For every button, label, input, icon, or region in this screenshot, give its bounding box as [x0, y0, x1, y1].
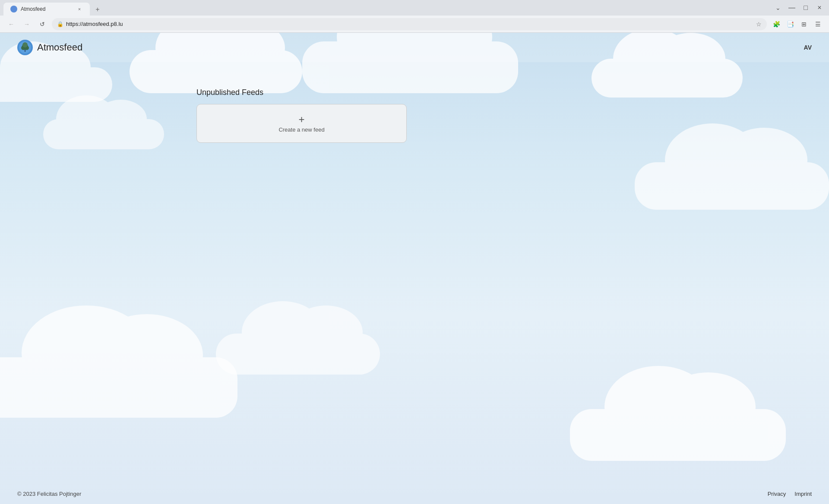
tab-title: Atmosfeed [21, 6, 73, 12]
forward-btn[interactable]: → [21, 18, 33, 30]
page-wrapper: Atmosfeed AV Unpublished Feeds + Create … [0, 33, 829, 504]
tab-close-btn[interactable]: × [76, 6, 83, 13]
logo-area[interactable]: Atmosfeed [17, 40, 82, 55]
footer-links: Privacy Imprint [768, 491, 812, 497]
browser-chrome: Atmosfeed × + ⌄ — □ × ← → ↺ 🔒 https://at… [0, 0, 829, 33]
browser-title-bar: Atmosfeed × + ⌄ — □ × [0, 0, 829, 16]
menu-btn[interactable]: ☰ [812, 18, 824, 30]
window-controls: — □ × [786, 2, 826, 14]
tab-favicon [10, 6, 17, 13]
back-btn[interactable]: ← [5, 18, 17, 30]
bookmark-icon[interactable]: ☆ [756, 21, 762, 28]
window-minimize-btn[interactable]: — [786, 2, 798, 14]
create-feed-button[interactable]: + Create a new feed [196, 104, 407, 143]
main-content: Unpublished Feeds + Create a new feed [0, 62, 829, 143]
cloud-decoration-7 [0, 357, 237, 418]
grid-btn[interactable]: ⊞ [798, 18, 810, 30]
section-title: Unpublished Feeds [196, 88, 263, 97]
create-feed-label: Create a new feed [278, 126, 324, 133]
browser-tabs: Atmosfeed × + [3, 0, 104, 16]
plus-icon: + [298, 114, 304, 125]
window-maximize-btn[interactable]: □ [800, 2, 812, 14]
page-header: Atmosfeed AV [0, 33, 829, 62]
refresh-btn[interactable]: ↺ [36, 18, 48, 30]
tab-list-btn[interactable]: ⌄ [772, 2, 784, 14]
privacy-link[interactable]: Privacy [768, 491, 786, 497]
user-avatar[interactable]: AV [804, 44, 812, 51]
lock-icon: 🔒 [57, 21, 63, 27]
window-close-btn[interactable]: × [813, 2, 826, 14]
address-bar[interactable]: 🔒 https://atmosfeed.p8.lu ☆ [52, 18, 767, 30]
svg-point-6 [22, 42, 28, 47]
page-footer: © 2023 Felicitas Pojtinger Privacy Impri… [0, 484, 829, 504]
cloud-decoration-9 [216, 334, 380, 375]
logo-text: Atmosfeed [37, 42, 82, 53]
cloud-decoration-6 [635, 162, 829, 210]
url-text: https://atmosfeed.p8.lu [66, 21, 753, 27]
imprint-link[interactable]: Imprint [794, 491, 812, 497]
cloud-decoration-8 [570, 409, 786, 461]
extensions-btn[interactable]: 🧩 [770, 18, 782, 30]
logo-icon [17, 40, 33, 55]
browser-nav-bar: ← → ↺ 🔒 https://atmosfeed.p8.lu ☆ 🧩 📑 ⊞ … [0, 16, 829, 33]
browser-tab-active[interactable]: Atmosfeed × [3, 3, 90, 16]
browser-right-btns: 🧩 📑 ⊞ ☰ [770, 18, 824, 30]
copyright-text: © 2023 Felicitas Pojtinger [17, 491, 81, 497]
new-tab-btn[interactable]: + [92, 3, 104, 16]
bookmarks-btn[interactable]: 📑 [784, 18, 796, 30]
